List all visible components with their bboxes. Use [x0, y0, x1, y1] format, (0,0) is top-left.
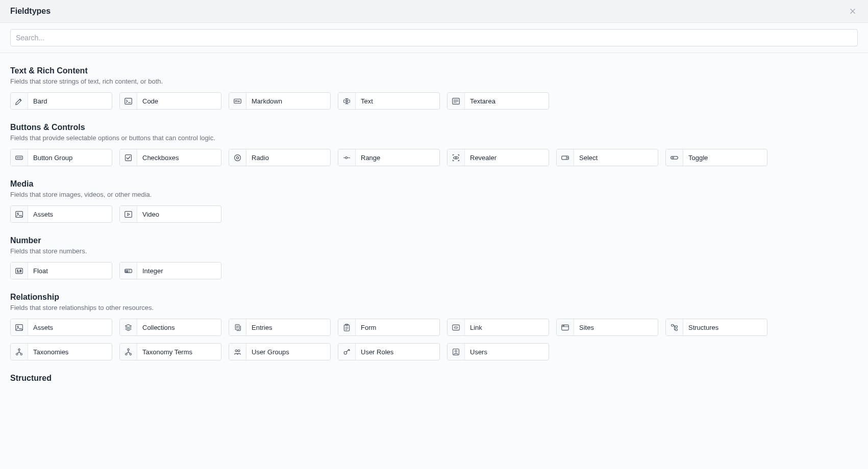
fieldtype-card-assets[interactable]: Assets — [10, 205, 112, 223]
fieldtype-label: Range — [356, 149, 439, 166]
stack-icon — [120, 319, 137, 335]
fieldtype-label: Form — [356, 319, 439, 335]
fieldtype-label: Float — [28, 263, 112, 279]
button-group-icon — [11, 149, 28, 166]
key-icon — [338, 344, 356, 360]
fieldtype-group: MediaFields that store images, videos, o… — [10, 179, 858, 223]
fieldtype-card-checkboxes[interactable]: Checkboxes — [119, 149, 221, 166]
fieldtype-grid: FloatInteger — [10, 262, 858, 279]
panel-header: Fieldtypes — [0, 0, 868, 23]
users-icon — [229, 344, 246, 360]
group-title: Text & Rich Content — [10, 66, 858, 75]
tree-icon — [666, 319, 683, 335]
fieldtype-card-users[interactable]: Users — [447, 343, 549, 360]
radio-icon — [229, 149, 246, 166]
link-icon — [448, 319, 465, 335]
fieldtype-label: Markdown — [246, 93, 330, 109]
taxonomy-icon — [120, 344, 137, 360]
fieldtype-grid: Button GroupCheckboxesRadioRangeRevealer… — [10, 149, 858, 166]
fieldtype-label: Toggle — [683, 149, 767, 166]
fieldtype-label: Structures — [683, 319, 767, 335]
fieldtype-group: Structured — [10, 374, 858, 383]
fieldtype-grid: AssetsVideo — [10, 205, 858, 223]
fieldtype-card-code[interactable]: Code — [119, 92, 221, 110]
user-icon — [448, 344, 465, 360]
fieldtype-label: Entries — [246, 319, 330, 335]
fieldtype-card-range[interactable]: Range — [338, 149, 440, 166]
range-icon — [338, 149, 356, 166]
group-description: Fields that store relationships to other… — [10, 304, 858, 311]
fieldtype-card-integer[interactable]: Integer — [119, 262, 221, 279]
fieldtype-label: User Groups — [246, 344, 330, 360]
search-input[interactable] — [10, 29, 858, 46]
fieldtype-card-collections[interactable]: Collections — [119, 319, 221, 336]
fieldtype-label: User Roles — [356, 344, 439, 360]
group-description: Fields that store strings of text, rich … — [10, 77, 858, 85]
fieldtype-card-bard[interactable]: Bard — [10, 92, 112, 110]
close-icon — [849, 8, 856, 15]
group-description: Fields that store numbers. — [10, 247, 858, 255]
number-int-icon — [120, 263, 137, 279]
fieldtype-card-markdown[interactable]: Markdown — [229, 92, 331, 110]
fieldtype-label: Sites — [574, 319, 658, 335]
group-title: Buttons & Controls — [10, 123, 858, 132]
select-icon — [557, 149, 574, 166]
group-title: Media — [10, 179, 858, 189]
fieldtype-card-taxonomies[interactable]: Taxonomies — [10, 343, 112, 360]
fieldtype-label: Assets — [28, 206, 112, 222]
fieldtype-card-link[interactable]: Link — [447, 319, 549, 336]
fieldtypes-picker: Fieldtypes Text & Rich ContentFields tha… — [0, 0, 868, 469]
fieldtype-card-button-group[interactable]: Button Group — [10, 149, 112, 166]
fieldtype-label: Assets — [28, 319, 112, 335]
group-title: Structured — [10, 374, 858, 383]
video-icon — [120, 206, 137, 222]
fieldtype-card-assets[interactable]: Assets — [10, 319, 112, 336]
image-icon — [11, 206, 28, 222]
search-row — [0, 23, 868, 53]
number-float-icon — [11, 263, 28, 279]
fieldtype-card-user-groups[interactable]: User Groups — [229, 343, 331, 360]
fieldtype-card-structures[interactable]: Structures — [665, 319, 767, 336]
fieldtype-card-video[interactable]: Video — [119, 205, 221, 223]
markdown-icon — [229, 93, 246, 109]
fieldtype-group: Buttons & ControlsFields that provide se… — [10, 123, 858, 166]
fieldtype-label: Integer — [137, 263, 221, 279]
fieldtype-card-textarea[interactable]: Textarea — [447, 92, 549, 110]
text-cursor-icon — [338, 93, 356, 109]
fieldtype-card-toggle[interactable]: Toggle — [665, 149, 767, 166]
fieldtype-group: NumberFields that store numbers.FloatInt… — [10, 236, 858, 279]
fieldtype-group: Text & Rich ContentFields that store str… — [10, 66, 858, 110]
fieldtype-card-text[interactable]: Text — [338, 92, 440, 110]
taxonomy-icon — [11, 344, 28, 360]
fieldtype-card-sites[interactable]: Sites — [556, 319, 658, 336]
fieldtype-card-radio[interactable]: Radio — [229, 149, 331, 166]
fieldtype-group: RelationshipFields that store relationsh… — [10, 293, 858, 360]
panel-title: Fieldtypes — [10, 7, 51, 16]
fieldtype-label: Radio — [246, 149, 330, 166]
group-title: Number — [10, 236, 858, 245]
pages-icon — [229, 319, 246, 335]
fieldtype-grid: BardCodeMarkdownTextTextarea — [10, 92, 858, 110]
close-button[interactable] — [848, 6, 858, 16]
pen-icon — [11, 93, 28, 109]
content-scroll[interactable]: Text & Rich ContentFields that store str… — [0, 53, 868, 469]
fieldtype-card-taxonomy-terms[interactable]: Taxonomy Terms — [119, 343, 221, 360]
toggle-icon — [666, 149, 683, 166]
fieldtype-card-form[interactable]: Form — [338, 319, 440, 336]
fieldtype-label: Revealer — [465, 149, 549, 166]
fieldtype-label: Button Group — [28, 149, 112, 166]
terminal-icon — [120, 93, 137, 109]
fieldtype-label: Code — [137, 93, 221, 109]
fieldtype-card-revealer[interactable]: Revealer — [447, 149, 549, 166]
group-title: Relationship — [10, 293, 858, 302]
browser-icon — [557, 319, 574, 335]
eye-scan-icon — [448, 149, 465, 166]
fieldtype-card-entries[interactable]: Entries — [229, 319, 331, 336]
fieldtype-card-select[interactable]: Select — [556, 149, 658, 166]
fieldtype-label: Collections — [137, 319, 221, 335]
fieldtype-card-float[interactable]: Float — [10, 262, 112, 279]
checkbox-icon — [120, 149, 137, 166]
clipboard-icon — [338, 319, 356, 335]
fieldtype-label: Select — [574, 149, 658, 166]
fieldtype-card-user-roles[interactable]: User Roles — [338, 343, 440, 360]
